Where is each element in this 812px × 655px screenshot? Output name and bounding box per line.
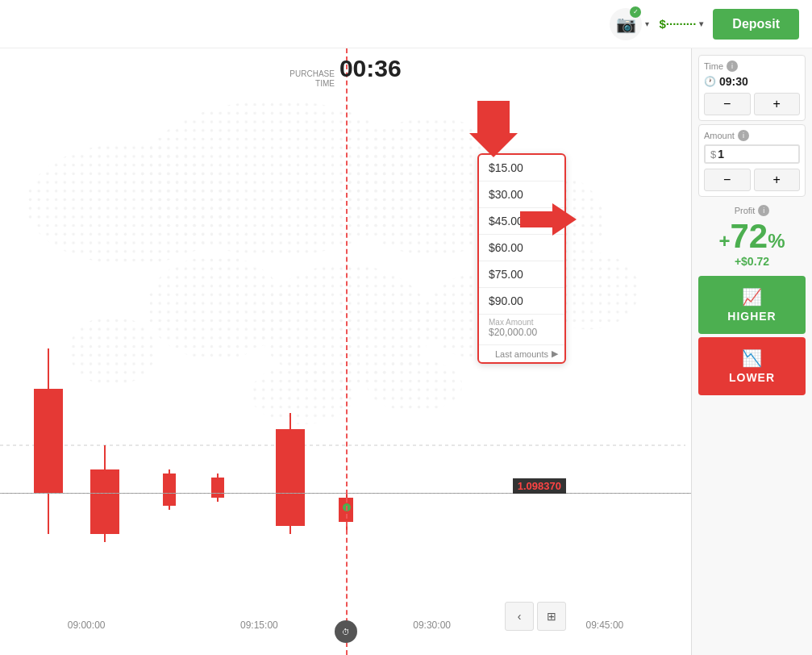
price-main: 1.0983 [518,480,550,492]
chart-area: PURCHASE TIME 00:36 [0,48,691,655]
x-label-4: 09:45:00 [586,620,624,631]
vertical-time-line [346,48,348,655]
balance-display[interactable]: $········· ▾ [659,17,703,31]
right-panel: Time i 🕐 09:30 − + Amount i $ − [691,48,812,655]
amount-max: Max Amount $20,000.00 [479,315,564,345]
max-label: Max Amount [489,318,555,327]
profit-number: 72 [730,217,768,255]
svg-rect-16 [90,469,119,534]
profit-percent: +72% [698,219,806,253]
header: 📷 ✓ ▾ $········· ▾ Deposit [0,0,812,48]
clock-icon: 🕐 [704,76,716,87]
time-plus-button[interactable]: + [754,93,801,115]
amount-dropdown: $15.00 $30.00 $45.00 $60.00 $75.00 $90.0… [477,153,566,364]
nav-calculator-button[interactable]: ⊞ [537,602,566,631]
timer-circle: ⏱ [335,620,357,643]
deposit-button[interactable]: Deposit [713,9,799,40]
purchase-time-label: PURCHASE TIME 00:36 [289,55,401,89]
time-label: Time i [704,60,800,72]
camera-button[interactable]: 📷 ✓ ▾ [610,8,649,40]
amount-stepper-row: − + [704,169,800,191]
balance-chevron-icon: ▾ [699,19,703,28]
svg-rect-20 [211,478,224,498]
profit-section: Profit i +72% +$0.72 [698,200,806,273]
down-arrow-indicator [469,101,518,161]
svg-rect-18 [163,474,176,506]
higher-label: HIGHER [727,310,776,323]
lower-icon: 📉 [742,348,763,368]
profit-label: Profit i [698,205,806,216]
last-amounts-arrow-icon: ▶ [552,348,558,359]
profit-percent-sign: % [768,230,785,252]
amount-section: Amount i $ − + [698,124,806,197]
amount-info-icon[interactable]: i [738,130,749,141]
higher-button[interactable]: 📈 HIGHER [698,276,806,334]
time-stepper-row: − + [704,93,800,115]
check-badge: ✓ [630,6,641,18]
x-label-1: 09:00:00 [68,620,106,631]
time-info-icon[interactable]: i [727,60,738,72]
camera-chevron-icon: ▾ [645,19,649,28]
amount-minus-button[interactable]: − [704,169,751,191]
max-value: $20,000.00 [489,327,555,338]
time-value: 🕐 09:30 [704,75,800,88]
svg-rect-22 [276,429,305,526]
amount-input-row: $ [704,144,800,164]
nav-back-button[interactable]: ‹ [505,602,534,631]
amount-plus-button[interactable]: + [754,169,801,191]
amount-label: Amount i [704,130,800,141]
amount-input[interactable] [718,148,766,161]
time-minus-button[interactable]: − [704,93,751,115]
lower-button[interactable]: 📉 LOWER [698,337,806,395]
chart-nav-row: ‹ ⊞ [505,602,566,631]
price-label: 1.098370 [513,478,566,494]
purchase-time-value: 00:36 [339,55,402,82]
right-arrow-indicator [520,203,577,239]
x-label-2: 09:15:00 [240,620,278,631]
candlestick-chart [0,268,685,590]
main-layout: PURCHASE TIME 00:36 [0,48,812,655]
profit-info-icon[interactable]: i [758,205,769,216]
higher-icon: 📈 [742,287,763,307]
last-amounts-row[interactable]: Last amounts ▶ [479,345,564,362]
svg-rect-14 [34,389,63,494]
price-highlight: 70 [550,480,561,492]
time-section: Time i 🕐 09:30 − + [698,55,806,121]
profit-dollar: +$0.72 [698,255,806,268]
amount-option-5[interactable]: $75.00 [479,261,564,288]
last-amounts-label: Last amounts [495,349,548,359]
profit-plus-sign: + [718,230,730,252]
amount-option-6[interactable]: $90.00 [479,288,564,315]
svg-marker-26 [469,101,518,157]
dollar-sign: $ [710,148,716,161]
lower-label: LOWER [729,371,775,384]
balance-value: $········· [659,17,696,31]
x-label-3: 09:30:00 [413,620,451,631]
svg-marker-27 [520,203,577,236]
